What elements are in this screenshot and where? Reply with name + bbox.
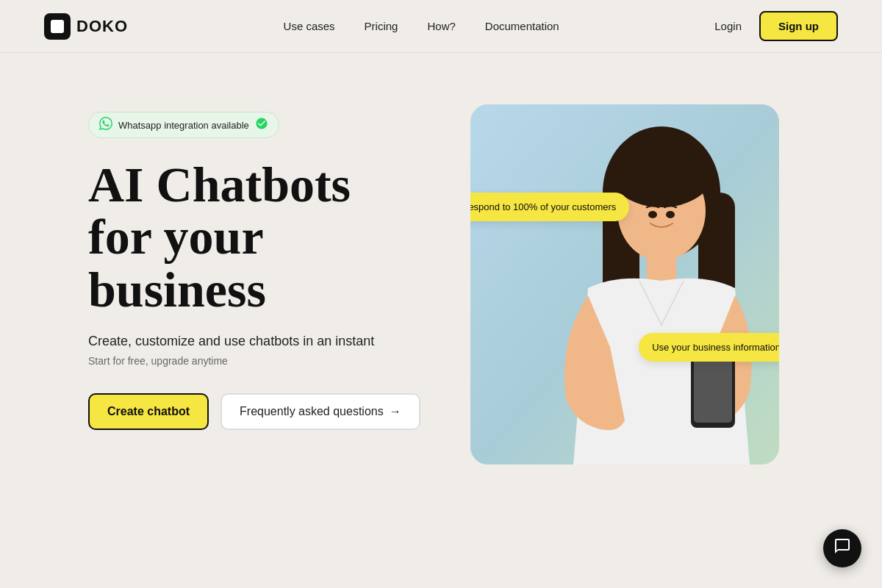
chat-widget[interactable] xyxy=(823,529,861,567)
logo-area: DOKO xyxy=(44,13,128,40)
hero-sub2: Start for free, upgrade anytime xyxy=(88,355,426,367)
navbar: DOKO Use cases Pricing How? Documentatio… xyxy=(0,0,882,53)
logo-icon-inner xyxy=(51,20,64,33)
hero-buttons: Create chatbot Frequently asked question… xyxy=(88,393,426,430)
faq-btn-text: Frequently asked questions xyxy=(240,405,384,418)
nav-links: Use cases Pricing How? Documentation xyxy=(284,20,559,32)
create-chatbot-button[interactable]: Create chatbot xyxy=(88,393,209,430)
chat-widget-icon xyxy=(833,537,851,559)
hero-title: AI Chatbots for your business xyxy=(88,159,426,316)
whatsapp-icon xyxy=(99,117,112,133)
logo-text: DOKO xyxy=(76,17,128,36)
hero-section: Whatsapp integration available AI Chatbo… xyxy=(0,53,882,588)
nav-documentation[interactable]: Documentation xyxy=(485,20,559,32)
logo-icon xyxy=(44,13,71,40)
navbar-right: Login Sign up xyxy=(714,11,838,41)
svg-rect-8 xyxy=(694,358,732,423)
signup-button[interactable]: Sign up xyxy=(759,11,838,41)
chat-bubble-top: Respond to 100% of your customers xyxy=(470,193,629,221)
svg-point-9 xyxy=(648,211,657,218)
nav-use-cases[interactable]: Use cases xyxy=(284,20,335,32)
faq-arrow-icon: → xyxy=(390,405,401,418)
svg-point-10 xyxy=(666,211,675,218)
nav-how[interactable]: How? xyxy=(427,20,455,32)
woman-illustration xyxy=(470,104,779,465)
hero-image: Respond to 100% of your customers Use yo… xyxy=(470,104,779,465)
whatsapp-badge-text: Whatsapp integration available xyxy=(118,120,249,131)
faq-button[interactable]: Frequently asked questions → xyxy=(220,393,420,430)
hero-left: Whatsapp integration available AI Chatbo… xyxy=(88,97,426,430)
chat-bubble-bottom: Use your business information xyxy=(639,333,779,362)
whatsapp-badge: Whatsapp integration available xyxy=(88,112,279,138)
checkmark-icon xyxy=(255,117,268,133)
nav-pricing[interactable]: Pricing xyxy=(365,20,398,32)
hero-right: Respond to 100% of your customers Use yo… xyxy=(456,97,794,465)
login-button[interactable]: Login xyxy=(714,20,742,32)
hero-subtitle: Create, customize and use chatbots in an… xyxy=(88,334,426,349)
